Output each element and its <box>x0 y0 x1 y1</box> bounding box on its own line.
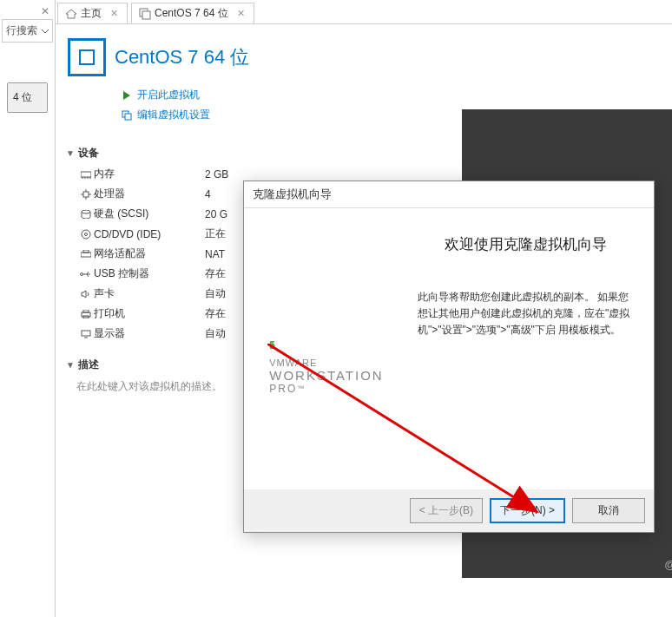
dialog-footer: < 上一步(B) 下一步(N) > 取消 <box>244 489 654 532</box>
back-button[interactable]: < 上一步(B) <box>410 498 483 523</box>
close-icon[interactable]: ✕ <box>110 9 118 18</box>
chevron-down-icon: ▼ <box>66 148 75 158</box>
memory-icon <box>78 170 94 179</box>
sidebar-item-vm[interactable]: 4 位 <box>7 82 48 113</box>
cd-icon <box>78 229 94 240</box>
svg-rect-15 <box>82 331 90 336</box>
close-icon[interactable]: ✕ <box>237 9 245 18</box>
vm-icon <box>139 8 151 20</box>
brand-version: 15 <box>269 303 383 353</box>
watermark: @51CTO博客 <box>664 557 672 573</box>
printer-icon <box>78 310 94 318</box>
search-dropdown-icon <box>41 27 49 36</box>
vm-large-icon <box>68 38 106 76</box>
sound-icon <box>78 290 94 299</box>
display-icon <box>78 330 94 338</box>
chevron-down-icon: ▼ <box>66 360 75 370</box>
svg-rect-13 <box>83 310 89 312</box>
svg-rect-9 <box>81 253 91 257</box>
cpu-icon <box>78 189 94 200</box>
edit-icon <box>122 110 132 121</box>
search-text: 行搜索 <box>6 23 37 38</box>
dialog-body-text: 此向导将帮助您创建此虚拟机的副本。 如果您想让其他用户创建此虚拟机的克隆，应在"… <box>418 289 633 339</box>
svg-point-8 <box>85 233 88 235</box>
close-icon[interactable]: ✕ <box>41 5 49 17</box>
dialog-title: 克隆虚拟机向导 <box>244 181 654 208</box>
network-icon <box>78 250 94 259</box>
cancel-button[interactable]: 取消 <box>572 498 645 523</box>
tab-vm[interactable]: CentOS 7 64 位 ✕ <box>131 3 254 23</box>
svg-rect-5 <box>83 192 89 197</box>
tab-bar: 主页 ✕ CentOS 7 64 位 ✕ <box>56 0 672 24</box>
svg-point-7 <box>82 230 90 239</box>
tab-home[interactable]: 主页 ✕ <box>57 3 128 23</box>
svg-rect-3 <box>125 114 131 120</box>
svg-rect-10 <box>83 250 89 253</box>
svg-rect-4 <box>81 172 91 177</box>
next-button[interactable]: 下一步(N) > <box>490 498 565 523</box>
search-input[interactable]: 行搜索 <box>2 19 53 43</box>
disk-icon <box>78 210 94 219</box>
svg-rect-1 <box>142 11 150 19</box>
dialog-heading: 欢迎使用克隆虚拟机向导 <box>418 234 633 254</box>
play-icon <box>122 90 132 101</box>
power-on-button[interactable]: 开启此虚拟机 <box>122 85 658 105</box>
vm-title: CentOS 7 64 位 <box>115 44 249 70</box>
svg-point-6 <box>82 210 90 213</box>
library-sidebar: ✕ 行搜索 4 位 <box>0 0 56 617</box>
usb-icon <box>78 271 94 278</box>
clone-wizard-dialog: 克隆虚拟机向导 15 VMWARE WORKSTATION PRO™ 欢迎使用克… <box>243 181 655 533</box>
dialog-brand: 15 VMWARE WORKSTATION PRO™ <box>244 208 409 489</box>
home-icon <box>65 9 77 19</box>
